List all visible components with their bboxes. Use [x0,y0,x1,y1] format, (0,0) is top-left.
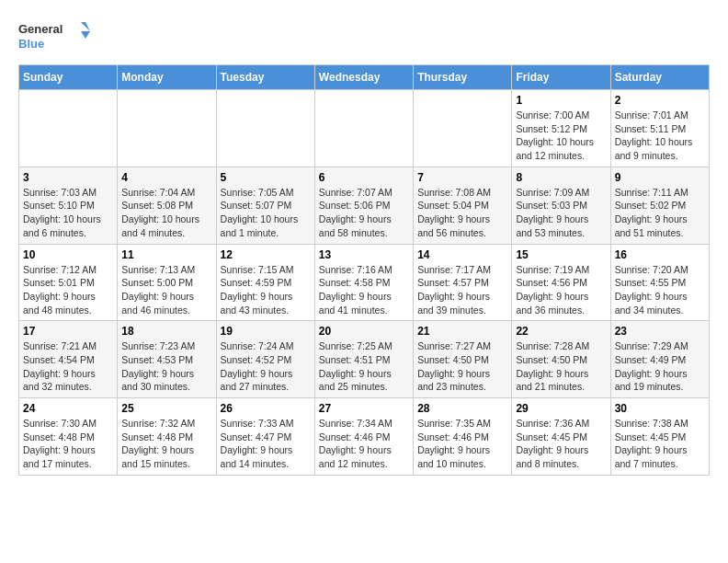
day-number: 3 [23,171,113,184]
calendar-col-thursday: Thursday [414,65,512,90]
calendar-week-4: 17Sunrise: 7:21 AM Sunset: 4:54 PM Dayli… [19,321,710,398]
calendar-header-row: SundayMondayTuesdayWednesdayThursdayFrid… [19,65,710,90]
calendar-col-tuesday: Tuesday [216,65,314,90]
calendar-cell [118,90,216,167]
day-number: 2 [615,94,705,107]
day-number: 22 [516,325,606,338]
day-number: 6 [319,171,409,184]
calendar-table: SundayMondayTuesdayWednesdayThursdayFrid… [18,64,710,476]
day-number: 21 [417,325,507,338]
day-number: 5 [221,171,311,184]
day-info: Sunrise: 7:01 AM Sunset: 5:11 PM Dayligh… [615,109,705,163]
calendar-cell: 1Sunrise: 7:00 AM Sunset: 5:12 PM Daylig… [512,90,610,167]
calendar-cell [19,90,118,167]
day-number: 27 [319,402,409,415]
calendar-cell: 3Sunrise: 7:03 AM Sunset: 5:10 PM Daylig… [19,167,118,244]
calendar-col-friday: Friday [512,65,610,90]
day-info: Sunrise: 7:34 AM Sunset: 4:46 PM Dayligh… [319,417,409,471]
logo-svg: General Blue [18,18,92,55]
calendar-cell [314,90,413,167]
calendar-cell: 17Sunrise: 7:21 AM Sunset: 4:54 PM Dayli… [19,321,118,398]
calendar-cell: 13Sunrise: 7:16 AM Sunset: 4:58 PM Dayli… [314,244,413,321]
calendar-cell: 18Sunrise: 7:23 AM Sunset: 4:53 PM Dayli… [118,321,216,398]
calendar-cell: 29Sunrise: 7:36 AM Sunset: 4:45 PM Dayli… [512,398,610,476]
day-number: 10 [23,248,113,261]
day-info: Sunrise: 7:20 AM Sunset: 4:55 PM Dayligh… [615,263,705,317]
day-number: 24 [23,402,113,415]
calendar-cell: 20Sunrise: 7:25 AM Sunset: 4:51 PM Dayli… [314,321,413,398]
day-info: Sunrise: 7:24 AM Sunset: 4:52 PM Dayligh… [221,339,311,394]
calendar-cell: 9Sunrise: 7:11 AM Sunset: 5:02 PM Daylig… [610,167,709,244]
day-number: 25 [121,402,211,415]
svg-marker-3 [81,31,90,39]
day-info: Sunrise: 7:25 AM Sunset: 4:51 PM Dayligh… [319,339,409,394]
calendar-cell: 25Sunrise: 7:32 AM Sunset: 4:48 PM Dayli… [118,398,216,476]
calendar-cell: 6Sunrise: 7:07 AM Sunset: 5:06 PM Daylig… [314,167,413,244]
calendar-cell: 5Sunrise: 7:05 AM Sunset: 5:07 PM Daylig… [216,167,314,244]
calendar-col-sunday: Sunday [19,65,118,90]
calendar-cell: 30Sunrise: 7:38 AM Sunset: 4:45 PM Dayli… [610,398,709,476]
calendar-cell [414,90,512,167]
calendar-week-3: 10Sunrise: 7:12 AM Sunset: 5:01 PM Dayli… [19,244,710,321]
day-number: 28 [417,402,507,415]
day-number: 19 [221,325,311,338]
day-number: 18 [121,325,211,338]
calendar-cell: 7Sunrise: 7:08 AM Sunset: 5:04 PM Daylig… [414,167,512,244]
day-info: Sunrise: 7:15 AM Sunset: 4:59 PM Dayligh… [221,263,311,317]
day-info: Sunrise: 7:09 AM Sunset: 5:03 PM Dayligh… [516,186,606,240]
day-number: 4 [121,171,211,184]
day-info: Sunrise: 7:35 AM Sunset: 4:46 PM Dayligh… [417,417,507,471]
calendar-cell: 11Sunrise: 7:13 AM Sunset: 5:00 PM Dayli… [118,244,216,321]
day-number: 17 [23,325,113,338]
svg-text:General: General [18,22,63,36]
calendar-cell: 21Sunrise: 7:27 AM Sunset: 4:50 PM Dayli… [414,321,512,398]
day-number: 15 [516,248,606,261]
day-number: 7 [417,171,507,184]
calendar-col-saturday: Saturday [610,65,709,90]
day-info: Sunrise: 7:21 AM Sunset: 4:54 PM Dayligh… [23,339,113,394]
calendar-week-2: 3Sunrise: 7:03 AM Sunset: 5:10 PM Daylig… [19,167,710,244]
calendar-week-5: 24Sunrise: 7:30 AM Sunset: 4:48 PM Dayli… [19,398,710,476]
day-number: 8 [516,171,606,184]
day-info: Sunrise: 7:05 AM Sunset: 5:07 PM Dayligh… [221,186,311,240]
calendar-cell: 4Sunrise: 7:04 AM Sunset: 5:08 PM Daylig… [118,167,216,244]
day-info: Sunrise: 7:00 AM Sunset: 5:12 PM Dayligh… [516,109,606,163]
day-info: Sunrise: 7:29 AM Sunset: 4:49 PM Dayligh… [615,339,705,394]
calendar-cell: 2Sunrise: 7:01 AM Sunset: 5:11 PM Daylig… [610,90,709,167]
day-number: 9 [615,171,705,184]
day-info: Sunrise: 7:30 AM Sunset: 4:48 PM Dayligh… [23,417,113,471]
calendar-cell: 8Sunrise: 7:09 AM Sunset: 5:03 PM Daylig… [512,167,610,244]
day-info: Sunrise: 7:12 AM Sunset: 5:01 PM Dayligh… [23,263,113,317]
calendar-col-wednesday: Wednesday [314,65,413,90]
calendar-cell: 27Sunrise: 7:34 AM Sunset: 4:46 PM Dayli… [314,398,413,476]
calendar-cell: 15Sunrise: 7:19 AM Sunset: 4:56 PM Dayli… [512,244,610,321]
day-info: Sunrise: 7:11 AM Sunset: 5:02 PM Dayligh… [615,186,705,240]
calendar-cell: 10Sunrise: 7:12 AM Sunset: 5:01 PM Dayli… [19,244,118,321]
day-info: Sunrise: 7:16 AM Sunset: 4:58 PM Dayligh… [319,263,409,317]
day-info: Sunrise: 7:23 AM Sunset: 4:53 PM Dayligh… [121,339,211,394]
calendar-cell [216,90,314,167]
calendar-cell: 23Sunrise: 7:29 AM Sunset: 4:49 PM Dayli… [610,321,709,398]
day-number: 20 [319,325,409,338]
day-number: 26 [221,402,311,415]
day-info: Sunrise: 7:17 AM Sunset: 4:57 PM Dayligh… [417,263,507,317]
day-number: 11 [121,248,211,261]
day-info: Sunrise: 7:13 AM Sunset: 5:00 PM Dayligh… [121,263,211,317]
day-info: Sunrise: 7:04 AM Sunset: 5:08 PM Dayligh… [121,186,211,240]
day-number: 13 [319,248,409,261]
calendar-cell: 14Sunrise: 7:17 AM Sunset: 4:57 PM Dayli… [414,244,512,321]
day-info: Sunrise: 7:08 AM Sunset: 5:04 PM Dayligh… [417,186,507,240]
calendar-cell: 12Sunrise: 7:15 AM Sunset: 4:59 PM Dayli… [216,244,314,321]
day-number: 14 [417,248,507,261]
logo: General Blue [18,18,92,55]
calendar-cell: 22Sunrise: 7:28 AM Sunset: 4:50 PM Dayli… [512,321,610,398]
day-info: Sunrise: 7:33 AM Sunset: 4:47 PM Dayligh… [221,417,311,471]
day-info: Sunrise: 7:38 AM Sunset: 4:45 PM Dayligh… [615,417,705,471]
day-info: Sunrise: 7:19 AM Sunset: 4:56 PM Dayligh… [516,263,606,317]
day-info: Sunrise: 7:28 AM Sunset: 4:50 PM Dayligh… [516,339,606,394]
day-number: 16 [615,248,705,261]
calendar-cell: 19Sunrise: 7:24 AM Sunset: 4:52 PM Dayli… [216,321,314,398]
day-info: Sunrise: 7:27 AM Sunset: 4:50 PM Dayligh… [417,339,507,394]
day-info: Sunrise: 7:32 AM Sunset: 4:48 PM Dayligh… [121,417,211,471]
calendar-week-1: 1Sunrise: 7:00 AM Sunset: 5:12 PM Daylig… [19,90,710,167]
